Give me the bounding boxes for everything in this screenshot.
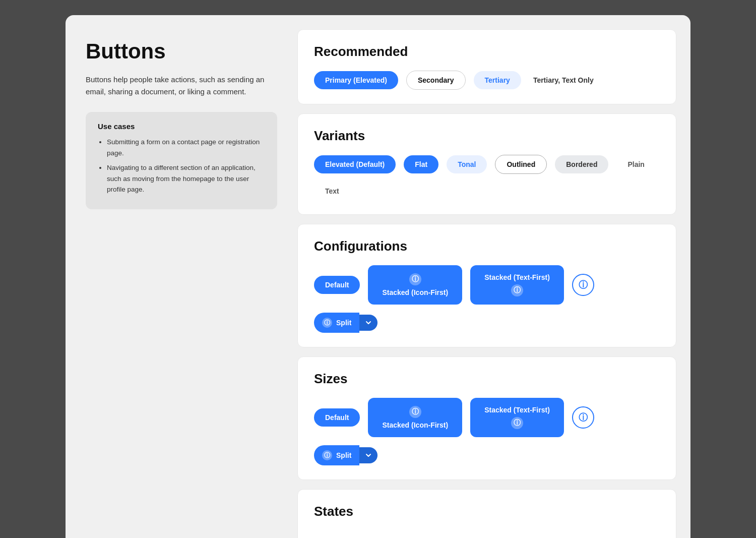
main-card: Buttons Buttons help people take actions… bbox=[66, 15, 690, 538]
sizes-split-dropdown-button[interactable] bbox=[359, 447, 377, 463]
text-button[interactable]: Text bbox=[314, 182, 350, 200]
use-cases-list: Submitting a form on a contact page or r… bbox=[98, 137, 265, 195]
sizes-stacked-text-first-label: Stacked (Text-First) bbox=[484, 406, 550, 414]
elevated-default-button[interactable]: Elevated (Default) bbox=[314, 155, 396, 173]
sizes-split-main-button[interactable]: ⓘ Split bbox=[314, 445, 359, 465]
sizes-section: Sizes Default ⓘ Stacked (Icon-First) Sta… bbox=[297, 356, 676, 480]
right-panel: Recommended Primary (Elevated) Secondary… bbox=[297, 15, 690, 538]
tertiary-button[interactable]: Tertiary bbox=[474, 71, 521, 89]
bordered-button[interactable]: Bordered bbox=[555, 155, 608, 173]
states-title: States bbox=[314, 504, 660, 519]
sizes-chevron-down-icon bbox=[365, 452, 371, 458]
recommended-buttons-row: Primary (Elevated) Secondary Tertiary Te… bbox=[314, 71, 660, 90]
sizes-stacked-icon-first-button[interactable]: ⓘ Stacked (Icon-First) bbox=[368, 398, 462, 437]
variants-section: Variants Elevated (Default) Flat Tonal O… bbox=[297, 113, 676, 215]
use-cases-box: Use cases Submitting a form on a contact… bbox=[86, 112, 277, 209]
secondary-button[interactable]: Secondary bbox=[406, 71, 466, 90]
configurations-section: Configurations Default ⓘ Stacked (Icon-F… bbox=[297, 224, 676, 347]
sizes-stacked-text-icon: ⓘ bbox=[511, 417, 523, 429]
sizes-split-button-group: ⓘ Split bbox=[314, 445, 377, 465]
config-icon-only-button[interactable]: ⓘ bbox=[572, 274, 594, 296]
stacked-icon-first-label: Stacked (Icon-First) bbox=[382, 288, 448, 296]
use-case-item-2: Navigating to a different section of an … bbox=[107, 162, 265, 195]
primary-elevated-button[interactable]: Primary (Elevated) bbox=[314, 71, 398, 89]
states-section: States bbox=[297, 489, 676, 538]
page-description: Buttons help people take actions, such a… bbox=[86, 74, 277, 98]
sizes-default-button[interactable]: Default bbox=[314, 408, 360, 427]
recommended-title: Recommended bbox=[314, 44, 660, 59]
split-icon: ⓘ bbox=[322, 318, 332, 328]
sizes-title: Sizes bbox=[314, 371, 660, 387]
config-split-dropdown-button[interactable] bbox=[359, 315, 377, 331]
chevron-down-icon bbox=[365, 320, 371, 326]
sizes-stacked-icon: ⓘ bbox=[409, 406, 421, 418]
variants-title: Variants bbox=[314, 128, 660, 144]
left-panel: Buttons Buttons help people take actions… bbox=[66, 15, 297, 538]
use-case-item-1: Submitting a form on a contact page or r… bbox=[107, 137, 265, 158]
config-split-main-button[interactable]: ⓘ Split bbox=[314, 313, 359, 333]
configurations-title: Configurations bbox=[314, 238, 660, 254]
page-title: Buttons bbox=[86, 39, 277, 64]
config-stacked-icon-first-button[interactable]: ⓘ Stacked (Icon-First) bbox=[368, 265, 462, 305]
sizes-icon-only-button[interactable]: ⓘ bbox=[572, 406, 594, 429]
sizes-icon-only-icon: ⓘ bbox=[579, 411, 588, 424]
use-cases-title: Use cases bbox=[98, 122, 265, 131]
config-split-button-group: ⓘ Split bbox=[314, 313, 377, 333]
outlined-button[interactable]: Outlined bbox=[495, 155, 547, 174]
stacked-icon: ⓘ bbox=[409, 273, 421, 285]
stacked-text-icon: ⓘ bbox=[511, 284, 523, 296]
configurations-buttons-row: Default ⓘ Stacked (Icon-First) Stacked (… bbox=[314, 265, 660, 333]
sizes-buttons-row: Default ⓘ Stacked (Icon-First) Stacked (… bbox=[314, 398, 660, 465]
stacked-text-first-label: Stacked (Text-First) bbox=[484, 273, 550, 281]
tertiary-text-only-button[interactable]: Tertiary, Text Only bbox=[529, 71, 598, 89]
icon-only-icon: ⓘ bbox=[579, 279, 588, 291]
sizes-split-icon: ⓘ bbox=[322, 450, 332, 460]
tonal-button[interactable]: Tonal bbox=[447, 155, 487, 173]
flat-button[interactable]: Flat bbox=[404, 155, 438, 173]
sizes-stacked-icon-first-label: Stacked (Icon-First) bbox=[382, 421, 448, 429]
plain-button[interactable]: Plain bbox=[616, 155, 655, 173]
config-default-button[interactable]: Default bbox=[314, 276, 360, 294]
config-stacked-text-first-button[interactable]: Stacked (Text-First) ⓘ bbox=[470, 265, 564, 305]
recommended-section: Recommended Primary (Elevated) Secondary… bbox=[297, 29, 676, 104]
sizes-stacked-text-first-button[interactable]: Stacked (Text-First) ⓘ bbox=[470, 398, 564, 437]
variants-buttons-row: Elevated (Default) Flat Tonal Outlined B… bbox=[314, 155, 660, 200]
